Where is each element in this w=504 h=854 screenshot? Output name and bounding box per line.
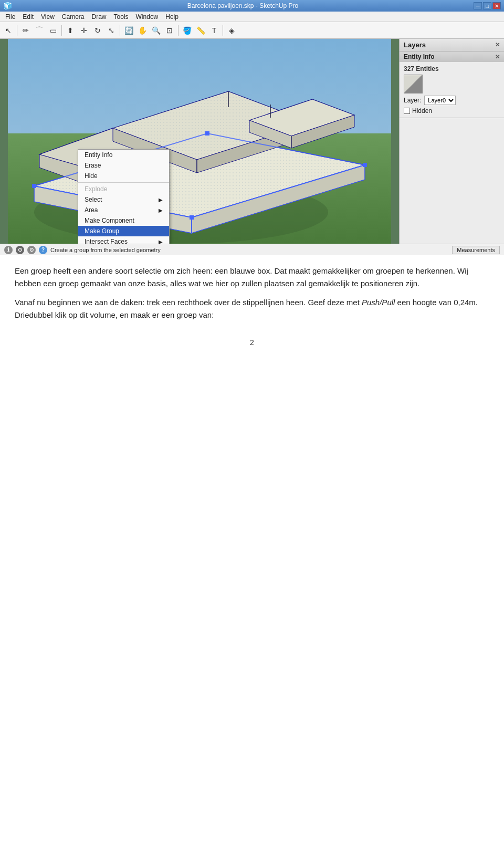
context-menu-item-intersect-faces[interactable]: Intersect Faces▶ [78,236,169,244]
push-pull-button[interactable]: ⬆ [64,24,77,37]
context-menu-item-make-component[interactable]: Make Component [78,215,169,226]
article-para2-italic: Push/Pull [362,298,395,307]
layer-row: Layer: Layer0 [404,96,500,105]
zoom-button[interactable]: 🔍 [150,24,162,37]
menu-item-tools[interactable]: Tools [111,13,132,21]
layer-select[interactable]: Layer0 [424,96,456,105]
3d-scene [0,39,399,244]
window-title: Barcelona paviljoen.skp - SketchUp Pro [12,2,474,9]
menu-bar: FileEditViewCameraDrawToolsWindowHelp [0,12,504,22]
maximize-button[interactable]: □ [483,2,491,9]
submenu-arrow-icon: ▶ [159,197,163,203]
pencil-tool-button[interactable]: ✏ [19,24,32,37]
status-icon-4[interactable]: ? [39,246,47,254]
close-button[interactable]: ✕ [492,2,501,9]
layers-panel-header[interactable]: Layers ✕ [400,39,504,51]
material-preview [404,75,423,93]
entity-info-title: Entity Info [404,53,435,60]
submenu-arrow-icon: ▶ [159,239,163,244]
rectangle-tool-button[interactable]: ▭ [47,24,59,37]
entity-count: 327 Entities [404,65,439,72]
move-button[interactable]: ✛ [78,24,90,37]
menu-item-file[interactable]: File [2,13,18,21]
minimize-button[interactable]: ─ [474,2,482,9]
toolbar: ↖ ✏ ⌒ ▭ ⬆ ✛ ↻ ⤡ 🔄 ✋ 🔍 ⊡ 🪣 📏 T ◈ [0,22,504,39]
hidden-label: Hidden [412,107,432,114]
tape-button[interactable]: 📏 [194,24,207,37]
context-menu-item-entity-info[interactable]: Entity Info [78,150,169,160]
context-menu-item-erase[interactable]: Erase [78,160,169,171]
main-area: Entity InfoEraseHideExplodeSelect▶Area▶M… [0,39,504,244]
menu-item-camera[interactable]: Camera [59,13,88,21]
page-number: 2 [0,334,504,355]
select-tool-button[interactable]: ↖ [2,24,15,37]
svg-rect-21 [32,184,36,188]
svg-rect-23 [363,163,367,167]
orbit-button[interactable]: 🔄 [122,24,135,37]
menu-item-window[interactable]: Window [133,13,162,21]
toolbar-separator-5 [223,25,223,36]
title-bar: 🧊 Barcelona paviljoen.skp - SketchUp Pro… [0,0,504,12]
entity-info-header[interactable]: Entity Info ✕ [400,51,504,62]
menu-item-edit[interactable]: Edit [19,13,37,21]
context-menu: Entity InfoEraseHideExplodeSelect▶Area▶M… [78,149,170,244]
toolbar-separator-4 [178,25,178,36]
article-para2-prefix: Vanaf nu beginnen we aan de daken: trek … [15,298,362,307]
layers-title: Layers [404,41,426,49]
menu-item-view[interactable]: View [38,13,58,21]
section-plane-button[interactable]: ◈ [225,24,238,37]
toolbar-separator-3 [120,25,120,36]
zoom-extents-button[interactable]: ⊡ [163,24,176,37]
status-icons: ℹ ⊙ ⊙ ? Create a group from the selected… [4,246,161,254]
toolbar-separator-2 [61,25,62,36]
submenu-arrow-icon: ▶ [159,207,163,213]
status-bar: ℹ ⊙ ⊙ ? Create a group from the selected… [0,244,504,255]
rotate-button[interactable]: ↻ [91,24,104,37]
menu-item-help[interactable]: Help [162,13,182,21]
app-icon: 🧊 [3,2,12,10]
toolbar-separator-1 [17,25,17,36]
svg-rect-24 [205,131,209,136]
entity-info-close-button[interactable]: ✕ [495,54,500,60]
svg-rect-22 [190,215,194,220]
context-menu-item-hide[interactable]: Hide [78,171,169,181]
ctx-sep-1 [78,182,169,183]
entity-info-body: 327 Entities Layer: Layer0 Hidden [400,62,504,118]
menu-item-draw[interactable]: Draw [89,13,110,21]
entity-info-panel: Entity Info ✕ 327 Entities Layer: Layer0 [400,51,504,118]
measurements-label: Measurements [457,247,495,253]
pan-button[interactable]: ✋ [136,24,149,37]
right-panel: Layers ✕ Entity Info ✕ 327 Entities Laye… [399,39,504,244]
arc-tool-button[interactable]: ⌒ [33,24,46,37]
context-menu-item-explode: Explode [78,184,169,194]
article-paragraph-2: Vanaf nu beginnen we aan de daken: trek … [15,296,489,321]
article-paragraph-1: Een groep heeft een andere soort selecti… [15,265,489,290]
material-preview-row [404,75,500,93]
entity-count-row: 327 Entities [404,65,500,72]
context-menu-item-make-group[interactable]: Make Group [78,226,169,236]
status-icon-3[interactable]: ⊙ [27,246,36,254]
scale-button[interactable]: ⤡ [105,24,118,37]
context-menu-item-select[interactable]: Select▶ [78,194,169,205]
paint-button[interactable]: 🪣 [181,24,193,37]
status-icon-1[interactable]: ℹ [4,246,13,254]
window-controls: ─ □ ✕ [474,2,501,9]
article: Een groep heeft een andere soort selecti… [0,255,504,334]
context-menu-item-area[interactable]: Area▶ [78,205,169,215]
status-icon-2[interactable]: ⊙ [16,246,24,254]
status-message: Create a group from the selected geometr… [50,247,161,253]
measurements-display: Measurements [452,246,500,254]
layers-close-button[interactable]: ✕ [495,41,500,48]
viewport[interactable]: Entity InfoEraseHideExplodeSelect▶Area▶M… [0,39,399,244]
layer-label: Layer: [404,97,421,104]
hidden-checkbox[interactable] [404,108,410,114]
hidden-row: Hidden [404,107,500,114]
text-button[interactable]: T [208,24,220,37]
